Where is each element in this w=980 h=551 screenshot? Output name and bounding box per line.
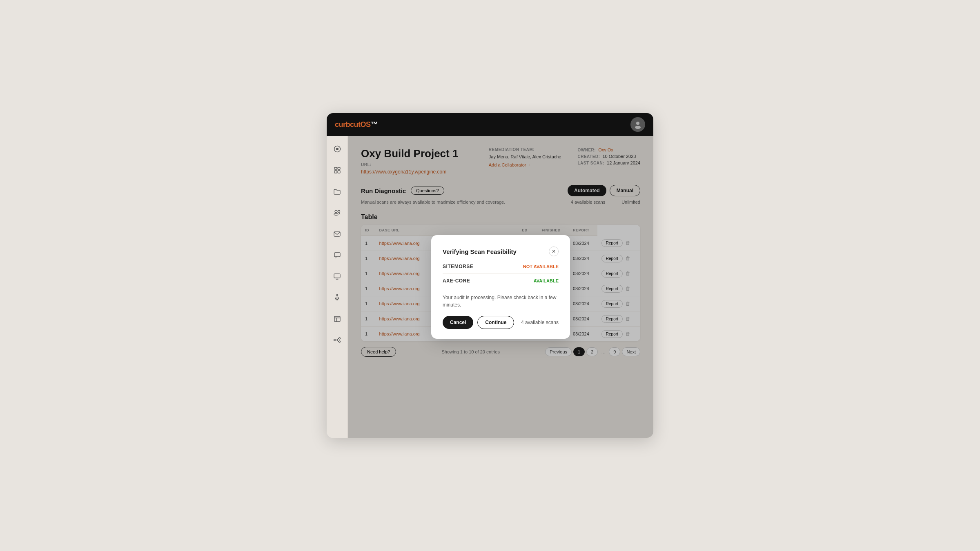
flow-icon[interactable]	[331, 333, 344, 347]
main-content: Oxy Build Project 1 URL: https://www.oxy…	[348, 136, 653, 438]
modal-title: Verifying Scan Feasibility	[443, 248, 517, 255]
svg-point-3	[336, 148, 339, 150]
continue-button[interactable]: Continue	[477, 316, 514, 329]
svg-rect-13	[334, 274, 340, 278]
mail-icon[interactable]	[331, 227, 344, 240]
svg-rect-15	[334, 316, 340, 322]
axecore-status: AVAILABLE	[534, 278, 559, 283]
chat-icon[interactable]	[331, 249, 344, 262]
axecore-label: AXE-CORE	[443, 278, 470, 284]
accessibility-icon[interactable]	[331, 291, 344, 304]
topnav: curbcutOS™	[327, 113, 653, 136]
svg-point-9	[334, 213, 338, 216]
sitemorse-label: SITEMORSE	[443, 264, 473, 269]
cancel-button[interactable]: Cancel	[443, 316, 473, 329]
svg-point-17	[339, 338, 341, 339]
grid-icon[interactable]	[331, 164, 344, 177]
monitor-icon[interactable]	[331, 270, 344, 283]
svg-point-1	[635, 126, 641, 129]
users-icon[interactable]	[331, 206, 344, 219]
svg-rect-7	[338, 171, 340, 173]
sitemorse-status: NOT AVAILABLE	[523, 264, 559, 269]
logo-text-main: curbcut	[335, 120, 361, 129]
svg-point-14	[336, 294, 338, 295]
back-icon[interactable]	[331, 142, 344, 156]
modal-scans-available: 4 available scans	[521, 320, 559, 325]
modal-overlay: Verifying Scan Feasibility ✕ SITEMORSE N…	[348, 136, 653, 438]
folder-icon[interactable]	[331, 185, 344, 198]
sidebar	[327, 136, 348, 438]
svg-rect-12	[334, 253, 340, 257]
scan-feasibility-modal: Verifying Scan Feasibility ✕ SITEMORSE N…	[431, 235, 570, 339]
svg-point-0	[636, 122, 639, 125]
axecore-check-row: AXE-CORE AVAILABLE	[443, 278, 559, 288]
svg-point-18	[339, 341, 341, 342]
svg-point-10	[338, 211, 340, 213]
svg-rect-6	[334, 171, 337, 173]
modal-footer: Cancel Continue 4 available scans	[443, 316, 559, 329]
sitemorse-check-row: SITEMORSE NOT AVAILABLE	[443, 264, 559, 274]
table-icon[interactable]	[331, 312, 344, 325]
app-logo: curbcutOS™	[335, 120, 378, 129]
modal-close-button[interactable]: ✕	[549, 247, 559, 256]
modal-header: Verifying Scan Feasibility ✕	[443, 247, 559, 256]
modal-message: Your audit is processing. Please check b…	[443, 294, 559, 309]
user-avatar[interactable]	[630, 117, 645, 132]
svg-rect-4	[334, 167, 337, 169]
svg-rect-5	[338, 167, 340, 169]
svg-point-8	[335, 210, 337, 213]
logo-text-accent: OS	[361, 120, 371, 129]
